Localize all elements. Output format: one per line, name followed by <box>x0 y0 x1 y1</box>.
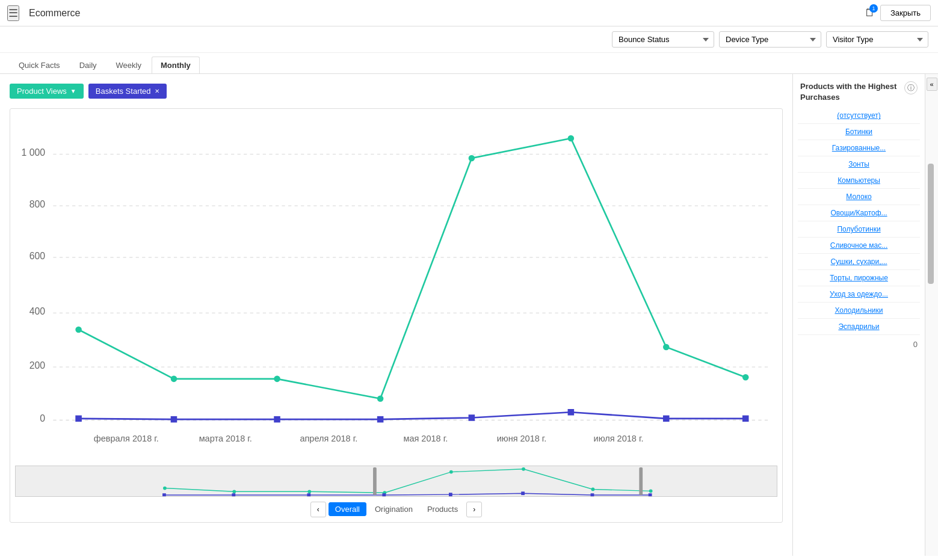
panel-item[interactable]: Овощи/Картоф... <box>798 205 920 221</box>
filter-bar: Bounce Status Device Type Visitor Type <box>0 26 938 53</box>
svg-point-13 <box>171 376 177 383</box>
collapse-button[interactable]: « <box>927 78 937 91</box>
svg-point-35 <box>232 490 236 493</box>
svg-rect-42 <box>162 493 166 496</box>
svg-text:1 000: 1 000 <box>22 147 46 158</box>
panel-item[interactable]: Молоко <box>798 189 920 205</box>
info-button[interactable]: ⓘ <box>904 81 918 94</box>
svg-rect-25 <box>568 409 575 416</box>
header-right: 🗒 1 Закрыть <box>865 5 931 21</box>
svg-point-38 <box>449 470 453 473</box>
svg-point-19 <box>742 374 749 381</box>
panel-item[interactable]: Эспадрильи <box>798 319 920 335</box>
svg-text:600: 600 <box>29 251 46 261</box>
svg-point-12 <box>75 327 82 333</box>
svg-text:февраля 2018 г.: февраля 2018 г. <box>94 434 159 443</box>
svg-rect-27 <box>742 416 749 422</box>
chart-nav-next[interactable]: › <box>466 502 482 517</box>
svg-rect-43 <box>232 493 235 496</box>
svg-point-40 <box>591 487 595 491</box>
main-content: Product Views ▼ Baskets Started ✕ 1 000 … <box>0 74 938 556</box>
right-panel: Products with the Highest Purchases ⓘ (о… <box>792 74 925 556</box>
svg-rect-45 <box>382 493 386 496</box>
notifications-button[interactable]: 🗒 1 <box>865 7 875 19</box>
svg-text:800: 800 <box>29 199 46 209</box>
panel-item[interactable]: Торты, пирожные <box>798 270 920 286</box>
tab-weekly[interactable]: Weekly <box>107 57 150 73</box>
svg-rect-48 <box>591 493 594 496</box>
mini-chart-svg <box>16 466 777 496</box>
svg-text:марта 2018 г.: марта 2018 г. <box>199 434 252 443</box>
svg-rect-51 <box>639 467 643 495</box>
svg-text:июля 2018 г.: июля 2018 г. <box>594 434 644 443</box>
panel-item[interactable]: Зонты <box>798 156 920 173</box>
visitor-type-select[interactable]: Visitor Type <box>826 31 928 48</box>
panel-zero: 0 <box>793 335 925 354</box>
svg-rect-44 <box>307 493 310 496</box>
svg-rect-24 <box>469 414 475 421</box>
mini-scrollbar-area[interactable] <box>15 466 777 497</box>
svg-text:апреля 2018 г.: апреля 2018 г. <box>300 434 357 443</box>
svg-point-16 <box>469 155 475 162</box>
panel-items: (отсутствует) Ботинки Газированные... Зо… <box>793 108 925 335</box>
svg-text:мая 2018 г.: мая 2018 г. <box>403 434 448 443</box>
baskets-started-button[interactable]: Baskets Started ✕ <box>88 84 167 99</box>
tab-quick-facts[interactable]: Quick Facts <box>10 57 69 73</box>
scrollbar-thumb[interactable] <box>928 164 934 284</box>
chart-container: 1 000 800 600 400 200 0 <box>10 108 783 523</box>
product-views-button[interactable]: Product Views ▼ <box>10 84 84 99</box>
svg-point-39 <box>522 467 525 471</box>
tabs-bar: Quick Facts Daily Weekly Monthly <box>0 53 938 74</box>
svg-text:0: 0 <box>40 413 45 423</box>
svg-rect-49 <box>649 493 652 496</box>
panel-item[interactable]: Холодильники <box>798 303 920 319</box>
svg-text:400: 400 <box>29 306 46 316</box>
panel-item[interactable]: Ботинки <box>798 124 920 140</box>
baskets-started-label: Baskets Started <box>96 87 151 96</box>
bounce-status-select[interactable]: Bounce Status <box>612 31 714 48</box>
chart-nav-origination[interactable]: Origination <box>369 503 419 515</box>
panel-item[interactable]: Компьютеры <box>798 173 920 189</box>
panel-item[interactable]: Полуботинки <box>798 221 920 238</box>
product-views-label: Product Views <box>17 87 67 96</box>
header: ☰ Ecommerce 🗒 1 Закрыть <box>0 0 938 26</box>
panel-item[interactable]: Сушки, сухари,... <box>798 254 920 270</box>
svg-point-34 <box>163 486 167 490</box>
chart-nav: ‹ Overall Origination Products › <box>15 502 777 517</box>
product-views-arrow: ▼ <box>70 88 76 94</box>
side-scrollbar: « <box>925 74 938 556</box>
tab-monthly[interactable]: Monthly <box>152 57 200 73</box>
panel-title: Products with the Highest Purchases <box>800 81 904 103</box>
svg-point-18 <box>663 344 670 351</box>
hamburger-icon[interactable]: ☰ <box>7 5 19 21</box>
svg-point-14 <box>274 376 280 383</box>
panel-item[interactable]: Уход за одеждо... <box>798 286 920 303</box>
app-title: Ecommerce <box>29 8 865 19</box>
chart-nav-prev[interactable]: ‹ <box>310 502 326 517</box>
svg-point-36 <box>307 490 311 493</box>
svg-rect-23 <box>377 416 384 423</box>
svg-rect-21 <box>171 416 177 423</box>
svg-rect-46 <box>449 493 452 496</box>
svg-point-17 <box>568 135 575 142</box>
panel-item[interactable]: Сливочное мас... <box>798 238 920 254</box>
baskets-started-arrow: ✕ <box>155 88 159 94</box>
svg-rect-50 <box>373 467 377 495</box>
svg-rect-20 <box>75 416 82 422</box>
right-section: Products with the Highest Purchases ⓘ (о… <box>792 74 938 556</box>
svg-point-41 <box>649 489 653 493</box>
metric-selectors: Product Views ▼ Baskets Started ✕ <box>10 84 783 99</box>
chart-nav-overall[interactable]: Overall <box>329 502 366 516</box>
device-type-select[interactable]: Device Type <box>719 31 821 48</box>
chart-area: Product Views ▼ Baskets Started ✕ 1 000 … <box>0 74 792 556</box>
panel-item[interactable]: Газированные... <box>798 140 920 156</box>
tab-daily[interactable]: Daily <box>70 57 106 73</box>
svg-rect-26 <box>663 416 670 422</box>
panel-item[interactable]: (отсутствует) <box>798 108 920 124</box>
svg-text:июня 2018 г.: июня 2018 г. <box>497 434 547 443</box>
right-panel-header: Products with the Highest Purchases ⓘ <box>793 74 925 108</box>
scrollbar-track <box>925 94 938 556</box>
chart-nav-products[interactable]: Products <box>421 503 464 515</box>
close-button[interactable]: Закрыть <box>880 5 931 21</box>
svg-rect-22 <box>274 416 280 423</box>
